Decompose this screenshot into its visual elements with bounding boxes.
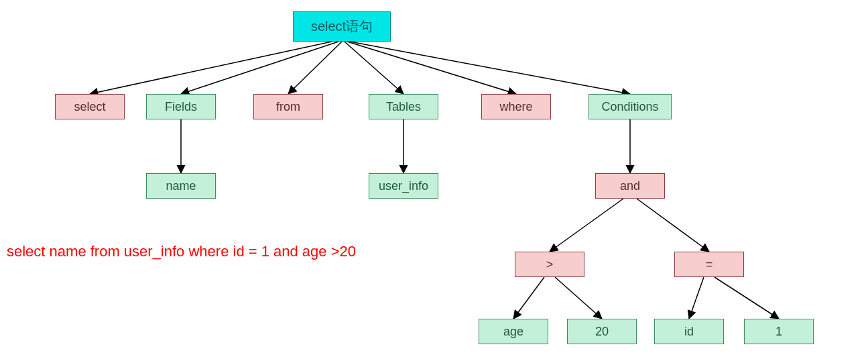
svg-line-3: [345, 42, 404, 94]
node-select-label: select: [74, 100, 105, 114]
node-and-label: and: [620, 179, 640, 193]
svg-line-14: [715, 277, 779, 319]
svg-line-13: [689, 277, 704, 319]
node-age-label: age: [503, 325, 523, 339]
node-gt: >: [515, 252, 584, 277]
svg-line-0: [90, 42, 332, 94]
node-where: where: [481, 94, 551, 119]
sql-caption: select name from user_info where id = 1 …: [7, 243, 356, 260]
node-20-label: 20: [595, 325, 609, 339]
node-tables: Tables: [369, 94, 438, 119]
node-name: name: [146, 173, 216, 199]
node-1-label: 1: [776, 325, 782, 339]
node-from: from: [253, 94, 323, 119]
svg-line-2: [288, 42, 342, 94]
node-conditions: Conditions: [588, 94, 672, 119]
node-where-label: where: [499, 100, 532, 114]
svg-line-4: [347, 42, 516, 94]
node-conditions-label: Conditions: [601, 100, 658, 114]
node-tables-label: Tables: [386, 100, 421, 114]
node-name-label: name: [166, 179, 196, 193]
node-root-label: select语句: [311, 17, 373, 36]
node-and: and: [595, 173, 665, 199]
node-id-label: id: [684, 325, 694, 339]
svg-line-9: [550, 199, 623, 252]
node-root: select语句: [293, 11, 391, 42]
svg-line-1: [181, 42, 338, 94]
node-1: 1: [744, 319, 814, 344]
svg-line-5: [350, 42, 630, 94]
node-eq: =: [674, 252, 744, 277]
svg-line-10: [637, 199, 709, 252]
svg-line-12: [555, 277, 602, 319]
node-id: id: [654, 319, 724, 344]
node-age: age: [479, 319, 548, 344]
node-from-label: from: [276, 100, 300, 114]
node-fields-label: Fields: [165, 100, 197, 114]
node-select: select: [55, 94, 125, 119]
node-20: 20: [567, 319, 637, 344]
node-user-info: user_info: [369, 173, 438, 199]
node-user-info-label: user_info: [379, 179, 428, 193]
node-eq-label: =: [706, 258, 713, 272]
node-gt-label: >: [546, 258, 554, 272]
svg-line-11: [513, 277, 544, 319]
node-fields: Fields: [146, 94, 216, 119]
